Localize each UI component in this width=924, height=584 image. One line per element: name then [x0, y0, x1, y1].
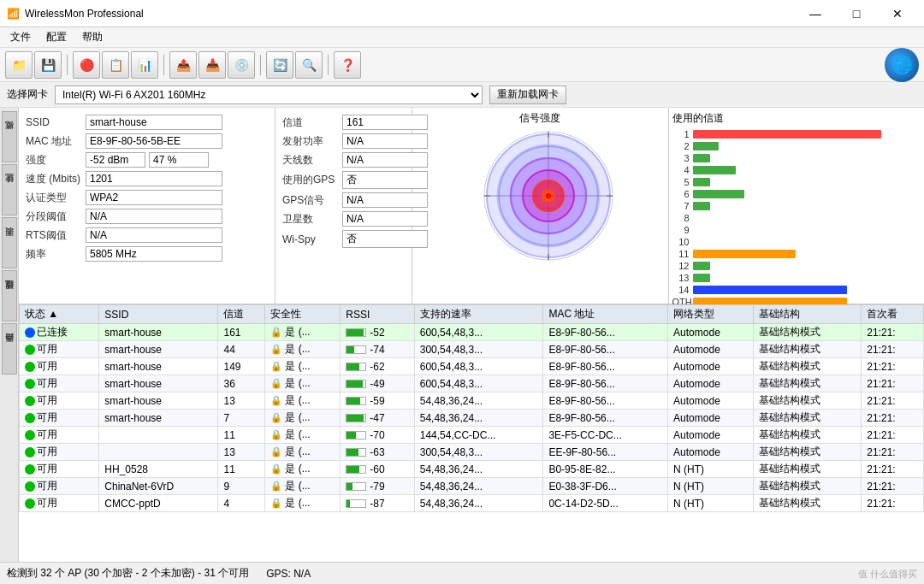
channel-panel: 使用的信道 1234567891011121314OTH 信道使用 B/G/N …: [669, 108, 925, 304]
speed-value: 1201: [86, 171, 222, 186]
cell-mac: E8-9F-80-56...: [543, 410, 668, 427]
cell-infra: 基础结构模式: [754, 375, 862, 392]
network-table-body: 已连接smart-house161🔒 是 (... -52600,54,48,3…: [20, 324, 924, 512]
table-row[interactable]: 可用HH_052811🔒 是 (... -6054,48,36,24...B0-…: [20, 461, 924, 478]
cell-status: 可用: [20, 427, 99, 444]
sidebar-item-router[interactable]: 路由器: [2, 323, 17, 375]
col-status[interactable]: 状态 ▲: [20, 305, 99, 324]
rssi-bar-outer: [346, 431, 366, 439]
toolbar-btn-0[interactable]: 📁: [5, 51, 33, 79]
table-row[interactable]: 可用smart-house36🔒 是 (... -49600,54,48,3..…: [20, 375, 924, 392]
cell-ssid: [99, 444, 218, 461]
table-row[interactable]: 可用CMCC-pptD4🔒 是 (... -8754,48,36,24...0C…: [20, 495, 924, 512]
sidebar-item-geo[interactable]: 地理位置: [2, 270, 17, 321]
col-rssi[interactable]: RSSI: [341, 305, 414, 324]
cell-status: 已连接: [20, 324, 99, 341]
status-dot: [25, 481, 35, 492]
cell-infra: 基础结构模式: [754, 358, 862, 375]
cell-nettype: Automode: [668, 410, 754, 427]
menu-config[interactable]: 配置: [39, 28, 74, 46]
channel-number: 11: [672, 249, 690, 259]
cell-status: 可用: [20, 358, 99, 375]
toolbar-btn-6[interactable]: 📥: [198, 51, 226, 79]
cell-ssid: smart-house: [99, 324, 218, 341]
table-row[interactable]: 可用smart-house7🔒 是 (... -4754,48,36,24...…: [20, 410, 924, 427]
cell-nettype: N (HT): [668, 478, 754, 495]
toolbar-btn-2[interactable]: 🔴: [73, 51, 100, 79]
sidebar-item-chart[interactable]: 图表: [2, 217, 17, 268]
toolbar-btn-8[interactable]: 🔄: [266, 51, 293, 79]
cell-rssi: -49: [341, 375, 414, 392]
cell-nettype: Automode: [668, 375, 754, 392]
toolbar-btn-5[interactable]: 📤: [169, 51, 197, 79]
cell-rssi: -87: [341, 495, 414, 512]
cell-infra: 基础结构模式: [754, 341, 862, 358]
antenna-label: 天线数: [282, 153, 342, 168]
col-security[interactable]: 安全性: [265, 305, 341, 324]
cell-ssid: smart-house: [99, 358, 218, 375]
cell-channel: 44: [218, 341, 265, 358]
toolbar-btn-help[interactable]: ❓: [334, 51, 361, 79]
cell-channel: 4: [218, 495, 265, 512]
col-nettype[interactable]: 网络类型: [668, 305, 754, 324]
cell-rssi: -74: [341, 341, 414, 358]
menu-file[interactable]: 文件: [3, 28, 38, 46]
col-channel[interactable]: 信道: [218, 305, 265, 324]
toolbar-btn-7[interactable]: 💿: [228, 51, 255, 79]
wispy-row: Wi-Spy 否: [282, 230, 405, 248]
cell-infra: 基础结构模式: [754, 427, 862, 444]
network-table-container[interactable]: 状态 ▲ SSID 信道 安全性 RSSI 支持的速率 MAC 地址 网络类型 …: [19, 304, 924, 562]
sidebar-item-stats[interactable]: 主统计: [2, 164, 17, 215]
channel-bar-fill: [693, 250, 796, 258]
rssi-bar-inner: [346, 466, 359, 473]
table-row[interactable]: 可用13🔒 是 (... -63300,54,48,3...EE-9F-80-5…: [20, 444, 924, 461]
maximize-button[interactable]: □: [837, 0, 876, 27]
nic-select[interactable]: Intel(R) Wi-Fi 6 AX201 160MHz: [55, 86, 483, 104]
table-row[interactable]: 可用11🔒 是 (... -70144,54,CC-DC...3E-F5-CC-…: [20, 427, 924, 444]
cell-nettype: Automode: [668, 341, 754, 358]
table-row[interactable]: 可用ChinaNet-6VrD9🔒 是 (... -7954,48,36,24.…: [20, 478, 924, 495]
table-row[interactable]: 已连接smart-house161🔒 是 (... -52600,54,48,3…: [20, 324, 924, 341]
cell-mac: E8-9F-80-56...: [543, 341, 668, 358]
cell-channel: 7: [218, 410, 265, 427]
freq-value: 5805 MHz: [86, 246, 222, 262]
sidebar-item-overview[interactable]: 概览: [2, 111, 17, 162]
cell-security: 🔒 是 (...: [265, 478, 341, 495]
channel-bar-fill: [693, 130, 881, 139]
info-left: SSID smart-house MAC 地址 E8-9F-80-56-5B-E…: [19, 108, 275, 304]
table-row[interactable]: 可用smart-house149🔒 是 (... -62600,54,48,3.…: [20, 358, 924, 375]
channel-bar-fill: [693, 154, 710, 162]
rts-value: N/A: [86, 227, 222, 243]
toolbar-btn-4[interactable]: 📊: [131, 51, 158, 79]
col-infra[interactable]: 基础结构: [754, 305, 862, 324]
channel-bar-row: 6: [672, 189, 921, 199]
cell-rssi: -47: [341, 410, 414, 427]
menu-help[interactable]: 帮助: [75, 28, 110, 46]
col-rates[interactable]: 支持的速率: [414, 305, 543, 324]
watermark: 值 什么值得买: [858, 568, 917, 581]
cell-security: 🔒 是 (...: [265, 461, 341, 478]
cell-ssid: [99, 427, 218, 444]
toolbar-sep-4: [328, 55, 329, 75]
toolbar-btn-3[interactable]: 📋: [102, 51, 129, 79]
reload-nic-button[interactable]: 重新加载网卡: [489, 86, 566, 104]
close-button[interactable]: ✕: [878, 0, 917, 27]
status-text: 检测到 32 个 AP (30 个加密 - 2 个未加密) - 31 个可用: [7, 566, 249, 581]
channel-number: 4: [672, 165, 690, 175]
toolbar-btn-1[interactable]: 💾: [34, 51, 62, 79]
channel-number: 3: [672, 153, 690, 163]
lock-icon: 🔒: [270, 412, 285, 422]
table-row[interactable]: 可用smart-house44🔒 是 (... -74300,54,48,3..…: [20, 341, 924, 358]
col-ssid[interactable]: SSID: [99, 305, 218, 324]
minimize-button[interactable]: —: [796, 0, 835, 27]
cell-first-seen: 21:21:: [862, 461, 924, 478]
cell-mac: E8-9F-80-56...: [543, 358, 668, 375]
rts-row: RTS阈值 N/A: [26, 227, 268, 243]
cell-status: 可用: [20, 495, 99, 512]
cell-mac: 0C-14-D2-5D...: [543, 495, 668, 512]
rssi-bar-outer: [346, 380, 366, 388]
table-row[interactable]: 可用smart-house13🔒 是 (... -5954,48,36,24..…: [20, 392, 924, 410]
toolbar-btn-9[interactable]: 🔍: [295, 51, 323, 79]
col-first[interactable]: 首次看: [862, 305, 924, 324]
col-mac[interactable]: MAC 地址: [543, 305, 668, 324]
